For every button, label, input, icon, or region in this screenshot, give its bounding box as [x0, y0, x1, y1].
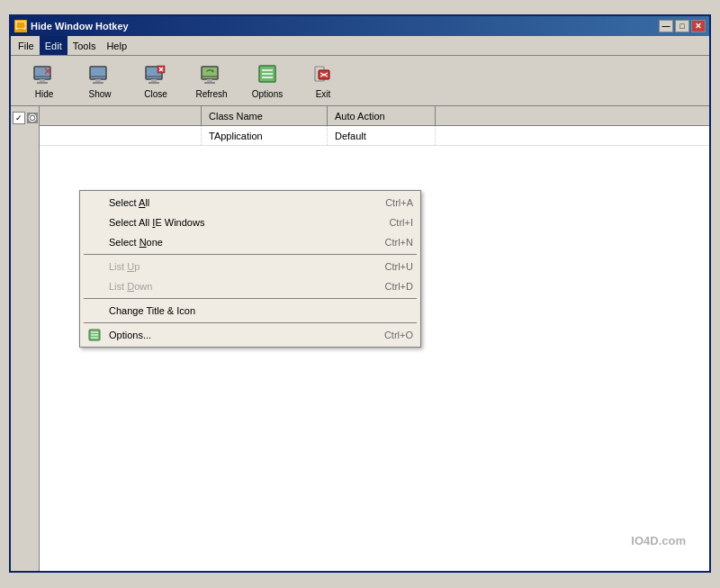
select-all-ie-label: Select All IE Windows — [109, 217, 204, 228]
separator-1 — [84, 254, 417, 255]
col-autoaction: Auto Action — [328, 106, 436, 125]
target-icon — [27, 113, 38, 123]
menu-list-up[interactable]: List Up Ctrl+U — [80, 257, 420, 276]
menu-list-down[interactable]: List Down Ctrl+D — [80, 276, 420, 296]
menu-options[interactable]: Options... Ctrl+O — [80, 325, 420, 345]
toolbar-exit-button[interactable]: Exit — [297, 59, 349, 103]
list-up-label: List Up — [109, 261, 140, 272]
svg-rect-10 — [95, 79, 101, 82]
menubar: File Edit Tools Help — [11, 36, 709, 56]
list-down-shortcut: Ctrl+D — [385, 281, 413, 292]
window-controls: — □ ✕ — [659, 20, 706, 32]
select-none-label: Select None — [109, 237, 163, 248]
cell-class: TApplication — [202, 126, 328, 145]
watermark-text: IO4D.com — [631, 534, 686, 547]
col-title — [40, 106, 202, 125]
watermark: IO4D.com — [631, 534, 686, 547]
edit-dropdown-menu: Select All Ctrl+A Select All IE Windows … — [79, 190, 421, 348]
table-header: Class Name Auto Action — [40, 106, 709, 126]
svg-rect-5 — [37, 82, 48, 84]
menu-select-all-ie[interactable]: Select All IE Windows Ctrl+I — [80, 213, 420, 232]
window-content: File Edit Tools Help — [11, 36, 709, 571]
options-shortcut: Ctrl+O — [384, 330, 413, 340]
title-bar-left: Hide Window Hotkey — [14, 20, 129, 32]
left-panel: ✓ — [11, 106, 40, 571]
checkbox[interactable]: ✓ — [13, 112, 25, 124]
cell-action: Default — [328, 126, 436, 145]
options-label: Options... — [109, 330, 151, 340]
menu-edit[interactable]: Edit — [40, 36, 68, 55]
toolbar-options-label: Options — [252, 89, 283, 99]
toolbar-hide-button[interactable]: Hide — [18, 59, 70, 103]
select-all-shortcut: Ctrl+A — [385, 197, 413, 208]
app-icon — [14, 20, 27, 32]
menu-select-all[interactable]: Select All Ctrl+A — [80, 193, 420, 213]
separator-3 — [84, 322, 417, 323]
title-bar: Hide Window Hotkey — □ ✕ — [11, 16, 709, 36]
svg-rect-3 — [34, 67, 50, 79]
menu-tools[interactable]: Tools — [68, 36, 102, 55]
toolbar-options-button[interactable]: Options — [241, 59, 293, 103]
svg-rect-1 — [18, 29, 23, 31]
toolbar-close-icon — [143, 62, 168, 87]
main-content: ✓ Class Name Auto Action — [11, 106, 709, 571]
menu-select-none[interactable]: Select None Ctrl+N — [80, 232, 420, 252]
svg-rect-15 — [148, 82, 159, 84]
select-none-shortcut: Ctrl+N — [385, 237, 413, 248]
svg-rect-4 — [40, 79, 45, 82]
options-icon — [255, 62, 280, 87]
close-window-button[interactable]: ✕ — [691, 20, 706, 32]
toolbar-refresh-button[interactable]: Refresh — [185, 59, 238, 103]
svg-rect-9 — [90, 67, 106, 79]
menu-file[interactable]: File — [13, 36, 40, 55]
table-row[interactable]: TApplication Default — [40, 126, 709, 146]
window-title: Hide Window Hotkey — [31, 21, 129, 32]
separator-2 — [84, 298, 417, 299]
exit-icon — [310, 62, 336, 87]
minimize-button[interactable]: — — [659, 20, 673, 32]
svg-point-34 — [31, 116, 34, 120]
toolbar-refresh-label: Refresh — [195, 89, 227, 99]
toolbar-close-button[interactable]: Close — [130, 59, 182, 103]
select-all-ie-shortcut: Ctrl+I — [389, 217, 413, 228]
options-menu-icon — [87, 328, 102, 342]
toolbar-hide-label: Hide — [35, 89, 54, 99]
svg-rect-0 — [16, 22, 25, 29]
menu-help[interactable]: Help — [101, 36, 132, 55]
menu-change-title[interactable]: Change Title & Icon — [80, 301, 420, 321]
list-down-label: List Down — [109, 281, 152, 292]
list-up-shortcut: Ctrl+U — [385, 261, 413, 272]
toolbar-show-button[interactable]: Show — [74, 59, 126, 103]
cell-title — [40, 126, 202, 145]
toolbar-exit-label: Exit — [316, 89, 331, 99]
toolbar: Hide Show — [11, 56, 709, 106]
svg-rect-14 — [151, 79, 157, 82]
refresh-icon — [199, 62, 224, 87]
main-window: Hide Window Hotkey — □ ✕ File Edit Tools… — [9, 14, 711, 573]
select-all-label: Select All — [109, 197, 149, 208]
show-icon — [87, 62, 112, 87]
change-title-label: Change Title & Icon — [109, 305, 195, 316]
svg-rect-21 — [207, 79, 212, 82]
svg-rect-11 — [93, 82, 104, 84]
hide-icon — [32, 62, 57, 87]
toolbar-close-label: Close — [144, 89, 167, 99]
checkbox-row: ✓ — [11, 110, 40, 126]
toolbar-show-label: Show — [88, 89, 111, 99]
maximize-button[interactable]: □ — [675, 20, 689, 32]
svg-rect-20 — [202, 67, 218, 79]
col-classname: Class Name — [202, 106, 328, 125]
svg-rect-22 — [204, 82, 215, 84]
